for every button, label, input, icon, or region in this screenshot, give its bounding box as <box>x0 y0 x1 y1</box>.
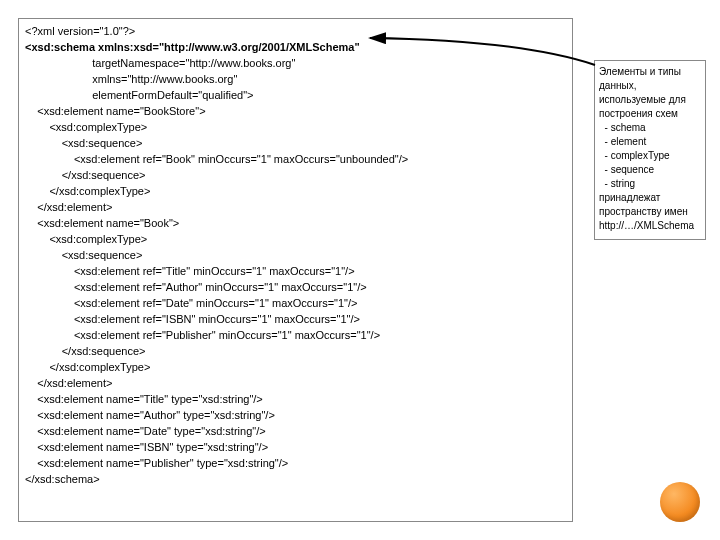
code-line: <xsd:schema xmlns:xsd="http://www.w3.org… <box>25 39 566 55</box>
code-line: <xsd:element ref="Title" minOccurs="1" m… <box>25 263 566 279</box>
code-line: <xsd:element name="Title" type="xsd:stri… <box>25 391 566 407</box>
code-line: </xsd:complexType> <box>25 183 566 199</box>
code-box: <?xml version="1.0"?><xsd:schema xmlns:x… <box>18 18 573 522</box>
code-line: <xsd:complexType> <box>25 119 566 135</box>
annotation-item: - element <box>599 135 701 149</box>
code-line: <?xml version="1.0"?> <box>25 23 566 39</box>
code-line: <xsd:element name="Author" type="xsd:str… <box>25 407 566 423</box>
code-line: elementFormDefault="qualified"> <box>25 87 566 103</box>
code-line: </xsd:element> <box>25 375 566 391</box>
code-line: <xsd:element name="Date" type="xsd:strin… <box>25 423 566 439</box>
code-line: </xsd:schema> <box>25 471 566 487</box>
annotation-item: - complexType <box>599 149 701 163</box>
code-line: <xsd:sequence> <box>25 247 566 263</box>
code-line: <xsd:element name="Book"> <box>25 215 566 231</box>
code-line: </xsd:complexType> <box>25 359 566 375</box>
code-line: </xsd:element> <box>25 199 566 215</box>
annotation-item: - sequence <box>599 163 701 177</box>
code-line: targetNamespace="http://www.books.org" <box>25 55 566 71</box>
code-line: <xsd:element name="ISBN" type="xsd:strin… <box>25 439 566 455</box>
code-line: <xsd:element ref="ISBN" minOccurs="1" ma… <box>25 311 566 327</box>
annotation-intro: Элементы и типы данных, используемые для… <box>599 65 701 121</box>
code-line: <xsd:element name="BookStore"> <box>25 103 566 119</box>
annotation-item: - schema <box>599 121 701 135</box>
code-line: <xsd:element name="Publisher" type="xsd:… <box>25 455 566 471</box>
decorative-circle-icon <box>660 482 700 522</box>
code-line: <xsd:element ref="Publisher" minOccurs="… <box>25 327 566 343</box>
code-line: xmlns="http://www.books.org" <box>25 71 566 87</box>
code-line: <xsd:element ref="Author" minOccurs="1" … <box>25 279 566 295</box>
annotation-list: - schema - element - complexType - seque… <box>599 121 701 191</box>
code-line: <xsd:complexType> <box>25 231 566 247</box>
annotation-callout: Элементы и типы данных, используемые для… <box>594 60 706 240</box>
annotation-item: - string <box>599 177 701 191</box>
code-line: <xsd:element ref="Book" minOccurs="1" ma… <box>25 151 566 167</box>
code-line: <xsd:sequence> <box>25 135 566 151</box>
code-line: </xsd:sequence> <box>25 343 566 359</box>
code-line: <xsd:element ref="Date" minOccurs="1" ma… <box>25 295 566 311</box>
code-line: </xsd:sequence> <box>25 167 566 183</box>
annotation-outro: принадлежат пространству имен http://…/X… <box>599 191 701 233</box>
